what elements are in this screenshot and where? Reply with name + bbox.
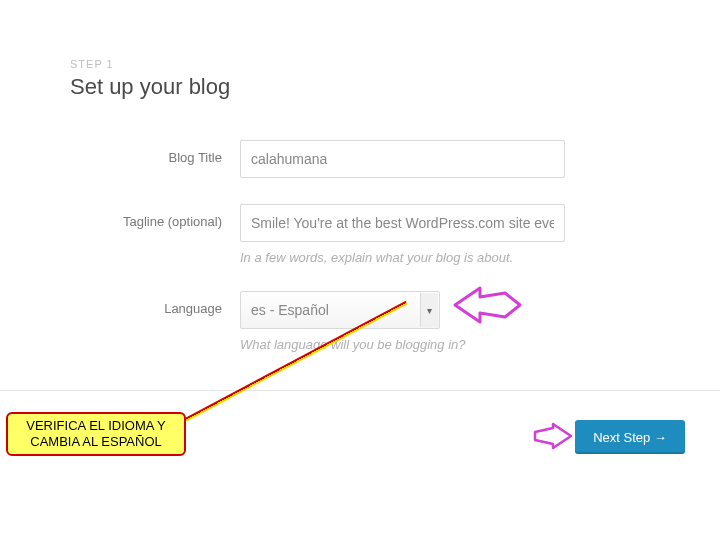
row-tagline: Tagline (optional) In a few words, expla… (70, 204, 650, 265)
divider (0, 390, 720, 391)
next-step-label: Next Step → (593, 430, 667, 445)
language-hint: What language will you be blogging in? (240, 337, 650, 352)
annotation-callout: VERIFICA EL IDIOMA Y CAMBIA AL ESPAÑOL (6, 412, 186, 456)
arrow-right-icon (533, 422, 573, 454)
label-blog-title: Blog Title (70, 140, 240, 165)
language-select[interactable]: es - Español ▾ (240, 291, 440, 329)
tagline-input[interactable] (240, 204, 565, 242)
chevron-down-icon: ▾ (420, 293, 438, 327)
setup-form: Blog Title Tagline (optional) In a few w… (70, 140, 650, 352)
callout-text: VERIFICA EL IDIOMA Y CAMBIA AL ESPAÑOL (8, 418, 184, 449)
blog-title-input[interactable] (240, 140, 565, 178)
row-blog-title: Blog Title (70, 140, 650, 178)
step-label: STEP 1 (70, 58, 650, 70)
language-select-value: es - Español (251, 302, 329, 318)
arrow-left-icon (450, 285, 525, 329)
page-title: Set up your blog (70, 74, 650, 100)
next-step-button[interactable]: Next Step → (575, 420, 685, 454)
row-language: Language es - Español ▾ What language wi… (70, 291, 650, 352)
label-tagline: Tagline (optional) (70, 204, 240, 229)
tagline-hint: In a few words, explain what your blog i… (240, 250, 650, 265)
label-language: Language (70, 291, 240, 316)
